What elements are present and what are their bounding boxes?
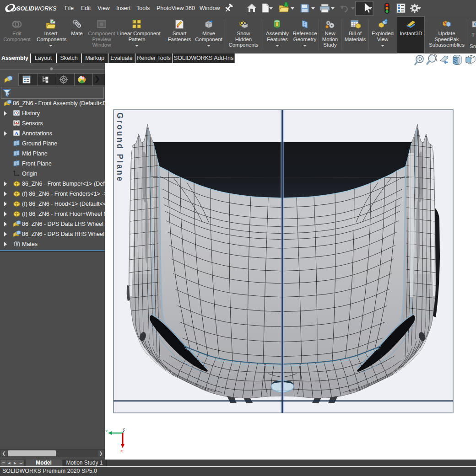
svg-text:Y: Y xyxy=(105,429,108,433)
svg-text:Ground Plane: Ground Plane xyxy=(115,112,124,182)
svg-text:SOLIDWORKS: SOLIDWORKS xyxy=(16,5,57,12)
svg-text:X: X xyxy=(120,449,123,453)
svg-text:A: A xyxy=(15,130,18,136)
